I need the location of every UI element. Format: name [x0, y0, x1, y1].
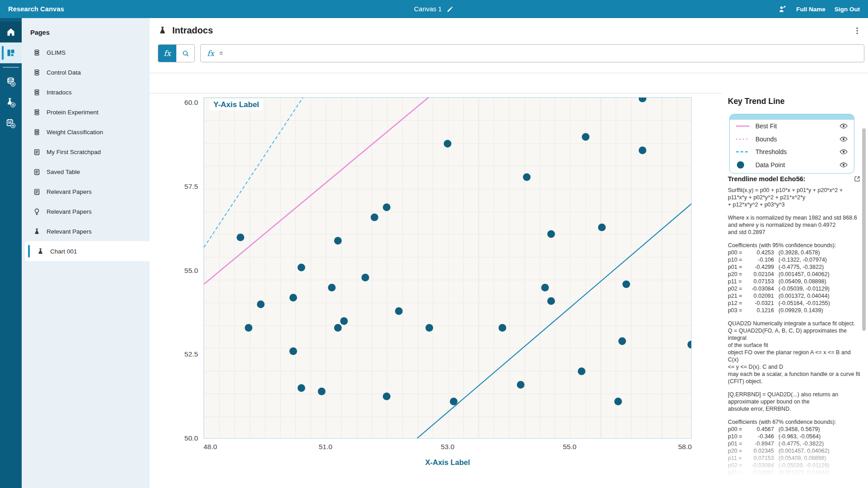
- legend-swatch-line-dotted: [735, 135, 750, 144]
- nav-home[interactable]: [0, 22, 22, 42]
- flask-plus-icon: [6, 98, 16, 108]
- icon-rail: [0, 18, 22, 488]
- sidebar-item-intradocs[interactable]: Intradocs: [22, 82, 150, 102]
- legend-item-data-point[interactable]: Data Point: [730, 159, 854, 172]
- data-point[interactable]: [289, 347, 297, 355]
- panel-scrollbar[interactable]: [862, 128, 866, 331]
- data-point[interactable]: [425, 324, 433, 332]
- app-header: Research Canvas Canvas 1 Full Name Sign …: [0, 0, 868, 18]
- more-options-button[interactable]: [853, 26, 862, 35]
- data-point[interactable]: [297, 264, 305, 272]
- data-point[interactable]: [340, 317, 348, 325]
- errbnd-help: [Q,ERRBND] = QUAD2D(...) also returns an…: [728, 391, 862, 413]
- coefficient-row: p21 =0.02091(0.001372, 0.04044): [728, 469, 862, 476]
- data-point[interactable]: [371, 213, 378, 221]
- eye-visibility-icon[interactable]: [839, 122, 848, 131]
- open-external-icon[interactable]: [854, 175, 861, 183]
- coefficient-row: p02 =-0.03084(-0.05039, -0.01129): [728, 462, 862, 469]
- legend-label: Data Point: [755, 161, 785, 169]
- sidebar-item-chart-001[interactable]: Chart 001: [25, 241, 150, 261]
- data-point[interactable]: [688, 341, 691, 348]
- sidebar-item-protein-experiment[interactable]: Protein Experiment: [22, 102, 150, 122]
- legend-item-thresholds[interactable]: Thresholds: [730, 145, 854, 159]
- search-mode-button[interactable]: [176, 45, 194, 62]
- add-experiment[interactable]: [0, 92, 22, 113]
- data-point[interactable]: [395, 307, 403, 315]
- formula-mode-button[interactable]: fx: [158, 45, 176, 62]
- user-profile-icon[interactable]: [778, 5, 787, 14]
- data-point[interactable]: [362, 274, 369, 282]
- y-tick-label: 57.5: [170, 183, 198, 191]
- data-point[interactable]: [450, 398, 458, 405]
- data-point[interactable]: [618, 338, 626, 345]
- coefficients-67: Coefficients (with 67% confidence bounds…: [728, 418, 862, 488]
- data-point[interactable]: [328, 284, 335, 291]
- database-plus-icon: [6, 77, 16, 87]
- scratchpad-icon: [33, 148, 41, 156]
- add-scratchpad[interactable]: [0, 113, 22, 134]
- x-tick-label: 58.0: [670, 443, 700, 451]
- sign-out-link[interactable]: Sign Out: [835, 6, 860, 13]
- data-point[interactable]: [623, 281, 630, 288]
- data-point[interactable]: [245, 324, 252, 332]
- scratchpad-icon: [33, 168, 41, 176]
- data-point[interactable]: [289, 294, 297, 301]
- pages-sidebar: Pages GLIMSControl DataIntradocsProtein …: [22, 18, 150, 488]
- legend-label: Best Fit: [755, 122, 777, 130]
- sidebar-heading: Pages: [22, 18, 150, 42]
- data-point[interactable]: [383, 393, 391, 400]
- data-point[interactable]: [639, 98, 646, 102]
- coefficient-row: p10 =-0.106(-0.1322, -0.07974): [728, 256, 862, 263]
- data-point[interactable]: [582, 133, 590, 141]
- sidebar-item-weight-classification[interactable]: Weight Classification: [22, 122, 150, 142]
- sidebar-item-relevant-papers[interactable]: Relevant Papers: [22, 182, 150, 202]
- sidebar-item-my-first-scratchpad[interactable]: My First Scratchpad: [22, 142, 150, 162]
- data-point[interactable]: [499, 324, 506, 332]
- scatter-plot-area[interactable]: Y-Axis Label: [203, 97, 692, 439]
- data-point[interactable]: [334, 324, 342, 332]
- data-point[interactable]: [334, 237, 342, 244]
- data-point[interactable]: [523, 174, 531, 181]
- data-point[interactable]: [257, 300, 264, 308]
- formula-input[interactable]: fx =: [200, 44, 864, 62]
- nav-canvas-pages[interactable]: [0, 42, 22, 63]
- user-name[interactable]: Full Name: [796, 6, 826, 13]
- data-point[interactable]: [578, 367, 585, 375]
- x-axis-ticks: 48.051.053.055.058.0: [203, 443, 692, 453]
- data-point[interactable]: [598, 224, 606, 231]
- sidebar-item-label: Saved Table: [47, 169, 80, 175]
- data-point[interactable]: [236, 234, 244, 241]
- canvas-title-group: Canvas 1: [414, 5, 454, 13]
- edit-pencil-icon[interactable]: [446, 5, 454, 13]
- data-point[interactable]: [297, 384, 305, 392]
- data-point[interactable]: [639, 146, 646, 154]
- x-tick-label: 53.0: [432, 443, 463, 451]
- data-point[interactable]: [444, 140, 452, 147]
- data-point[interactable]: [614, 398, 622, 405]
- eye-visibility-icon[interactable]: [839, 160, 848, 169]
- sidebar-item-saved-table[interactable]: Saved Table: [22, 162, 150, 182]
- dashboard-icon: [6, 48, 16, 58]
- eye-visibility-icon[interactable]: [839, 135, 848, 144]
- surface-fit-formula: Surffit(x,y) = p00 + p10*x + p01*y + p20…: [728, 187, 862, 208]
- legend-item-bounds[interactable]: Bounds: [730, 133, 854, 146]
- add-data[interactable]: [0, 71, 22, 92]
- data-point[interactable]: [547, 297, 555, 305]
- sidebar-item-relevant-papers[interactable]: Relevant Papers: [22, 202, 150, 221]
- data-point[interactable]: [517, 381, 524, 389]
- sidebar-item-control-data[interactable]: Control Data: [22, 62, 150, 82]
- trend-line-fit-line-lower: [417, 202, 691, 438]
- eye-visibility-icon[interactable]: [839, 147, 848, 156]
- data-point[interactable]: [547, 230, 555, 238]
- x-tick-label: 48.0: [195, 443, 226, 451]
- data-point[interactable]: [541, 284, 549, 291]
- y-tick-label: 50.0: [170, 434, 198, 442]
- sidebar-item-glims[interactable]: GLIMS: [22, 42, 150, 62]
- data-point[interactable]: [383, 203, 391, 211]
- coefficient-row: p10 =-0.346(-0.963, -0.0564): [728, 433, 862, 440]
- sidebar-item-relevant-papers[interactable]: Relevant Papers: [22, 221, 150, 241]
- home-icon: [6, 27, 16, 37]
- legend-item-best-fit[interactable]: Best Fit: [730, 120, 854, 133]
- normalization-note: Where x is normalized by mean 1982 and s…: [728, 214, 862, 236]
- data-point[interactable]: [318, 388, 326, 395]
